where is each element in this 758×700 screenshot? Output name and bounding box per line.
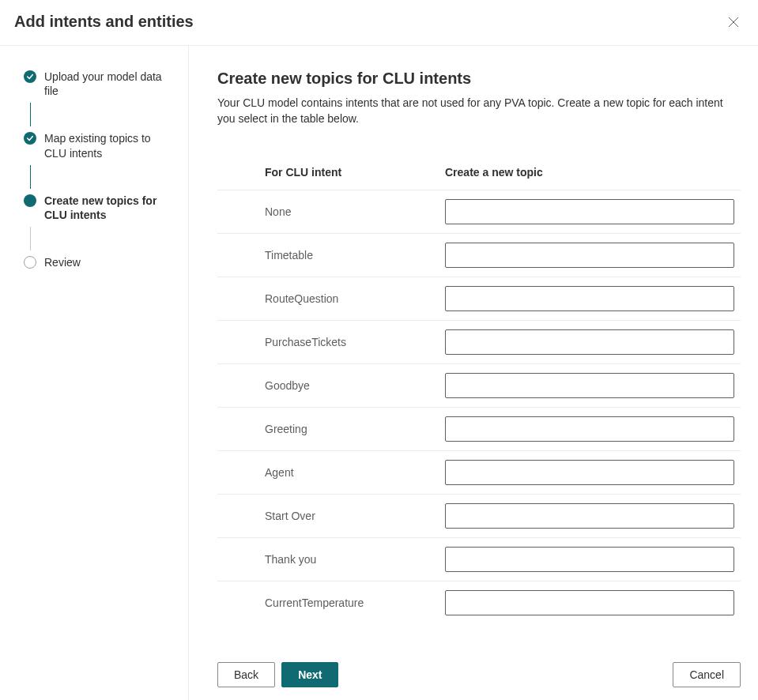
dialog-header: Add intents and entities [0, 0, 758, 46]
intent-cell: CurrentTemperature [217, 581, 439, 625]
topic-input[interactable] [445, 286, 734, 311]
topic-cell [439, 538, 741, 581]
topic-cell [439, 495, 741, 538]
topic-cell [439, 234, 741, 277]
step-label: Review [44, 255, 81, 269]
table-row: CurrentTemperature [217, 581, 741, 625]
main-content: Create new topics for CLU intents Your C… [189, 46, 758, 649]
topic-cell [439, 277, 741, 321]
topic-input[interactable] [445, 547, 734, 572]
step-connector [30, 103, 31, 126]
topic-input[interactable] [445, 416, 734, 442]
table-row: Goodbye [217, 364, 741, 408]
table-row: RouteQuestion [217, 277, 741, 321]
page-heading: Create new topics for CLU intents [217, 70, 741, 88]
pending-step-icon [24, 256, 36, 269]
check-icon [24, 70, 36, 83]
table-row: Greeting [217, 408, 741, 451]
close-button[interactable] [725, 13, 742, 31]
page-description: Your CLU model contains intents that are… [217, 96, 741, 126]
step-connector [30, 165, 31, 189]
intent-cell: Start Over [217, 495, 439, 538]
topic-cell [439, 321, 741, 364]
step-label: Map existing topics to CLU intents [44, 131, 163, 160]
table-row: PurchaseTickets [217, 321, 741, 364]
topic-cell [439, 408, 741, 451]
topic-input[interactable] [445, 199, 734, 224]
topic-input[interactable] [445, 243, 734, 268]
topic-cell [439, 190, 741, 234]
main-panel: Create new topics for CLU intents Your C… [189, 46, 758, 700]
step-connector [30, 227, 31, 250]
topic-input[interactable] [445, 503, 734, 529]
step-review[interactable]: Review [24, 255, 172, 269]
topic-input[interactable] [445, 329, 734, 355]
step-label: Create new topics for CLU intents [44, 194, 163, 222]
dialog-title: Add intents and entities [14, 13, 194, 31]
intent-cell: PurchaseTickets [217, 321, 439, 364]
step-upload-model[interactable]: Upload your model data file [24, 70, 172, 98]
next-button[interactable]: Next [281, 662, 338, 687]
step-map-topics[interactable]: Map existing topics to CLU intents [24, 131, 172, 160]
back-button[interactable]: Back [217, 662, 275, 687]
intents-table: For CLU intent Create a new topic NoneTi… [217, 158, 741, 624]
step-create-topics[interactable]: Create new topics for CLU intents [24, 194, 172, 222]
current-step-icon [24, 194, 36, 207]
topic-input[interactable] [445, 373, 734, 398]
table-row: Agent [217, 451, 741, 495]
intent-cell: Agent [217, 451, 439, 495]
close-icon [728, 17, 739, 28]
topic-cell [439, 451, 741, 495]
column-header-topic[interactable]: Create a new topic [439, 158, 741, 190]
topic-input[interactable] [445, 460, 734, 485]
dialog-footer: Back Next Cancel [189, 649, 758, 700]
cancel-button[interactable]: Cancel [673, 662, 741, 687]
check-icon [24, 132, 36, 145]
dialog-body: Upload your model data file Map existing… [0, 46, 758, 700]
table-row: Timetable [217, 234, 741, 277]
step-label: Upload your model data file [44, 70, 163, 98]
table-row: Thank you [217, 538, 741, 581]
intent-cell: Goodbye [217, 364, 439, 408]
table-row: None [217, 190, 741, 234]
intent-cell: RouteQuestion [217, 277, 439, 321]
table-row: Start Over [217, 495, 741, 538]
topic-cell [439, 364, 741, 408]
intent-cell: Timetable [217, 234, 439, 277]
topic-cell [439, 581, 741, 625]
topic-input[interactable] [445, 590, 734, 615]
intent-cell: Greeting [217, 408, 439, 451]
column-header-intent[interactable]: For CLU intent [217, 158, 439, 190]
wizard-sidebar: Upload your model data file Map existing… [0, 46, 189, 700]
intent-cell: Thank you [217, 538, 439, 581]
intent-cell: None [217, 190, 439, 234]
